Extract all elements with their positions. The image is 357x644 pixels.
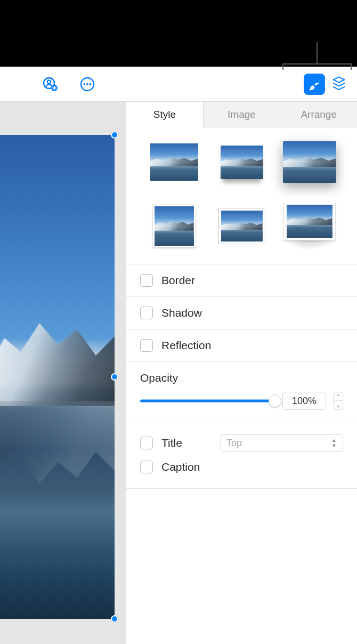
- shadow-checkbox[interactable]: [140, 307, 153, 319]
- style-preset-4[interactable]: [153, 205, 196, 247]
- document-icon: [330, 75, 348, 93]
- format-brush-icon: [306, 76, 322, 92]
- tab-image[interactable]: Image: [204, 102, 281, 127]
- svg-point-5: [86, 83, 88, 85]
- collaborate-icon: [42, 76, 59, 93]
- opacity-value-field[interactable]: 100%: [282, 392, 326, 410]
- format-inspector-button[interactable]: [304, 74, 325, 95]
- toolbar: [0, 67, 357, 101]
- caption-label: Caption: [161, 461, 212, 473]
- svg-point-1: [47, 80, 51, 83]
- shadow-label: Shadow: [161, 307, 202, 319]
- opacity-stepper[interactable]: ⌃ ⌄: [334, 392, 343, 410]
- tab-arrange[interactable]: Arrange: [280, 102, 357, 127]
- style-preset-5[interactable]: [218, 208, 265, 244]
- tab-style[interactable]: Style: [126, 102, 204, 127]
- opacity-label: Opacity: [140, 372, 343, 384]
- shadow-row[interactable]: Shadow: [126, 297, 357, 329]
- svg-point-6: [90, 83, 92, 85]
- inspector-tabs: Style Image Arrange: [126, 102, 357, 127]
- border-label: Border: [161, 274, 195, 287]
- title-caption-section: Title Top ▲▼ Caption: [126, 422, 357, 489]
- canvas[interactable]: [0, 102, 126, 644]
- document-inspector-button[interactable]: [328, 74, 350, 95]
- opacity-stepper-down[interactable]: ⌄: [334, 401, 343, 409]
- format-inspector: Style Image Arrange Border Shadow: [126, 102, 357, 644]
- title-position-value: Top: [226, 438, 242, 449]
- more-button[interactable]: [77, 74, 98, 95]
- style-preset-3[interactable]: [283, 141, 336, 183]
- collaborate-button[interactable]: [39, 74, 61, 95]
- title-bar-blackout: [0, 0, 357, 67]
- style-preset-1[interactable]: [150, 143, 198, 181]
- style-preset-6[interactable]: [282, 202, 337, 250]
- selection-handle-middle[interactable]: [111, 373, 118, 381]
- more-icon: [79, 76, 96, 93]
- reflection-row[interactable]: Reflection: [126, 329, 357, 362]
- caption-checkbox[interactable]: [140, 461, 153, 473]
- border-row[interactable]: Border: [126, 264, 357, 297]
- selection-handle-bottom[interactable]: [111, 615, 118, 623]
- selected-image[interactable]: [0, 135, 115, 619]
- selection-handle-top[interactable]: [111, 131, 118, 139]
- chevron-updown-icon: ▲▼: [329, 438, 339, 448]
- opacity-section: Opacity 100% ⌃ ⌄: [126, 362, 357, 422]
- opacity-stepper-up[interactable]: ⌃: [334, 392, 343, 401]
- opacity-slider[interactable]: [140, 394, 275, 408]
- callout-bracket: [282, 63, 352, 71]
- style-presets: [126, 127, 357, 264]
- reflection-checkbox[interactable]: [140, 339, 153, 352]
- opacity-slider-thumb[interactable]: [269, 395, 281, 407]
- title-position-select[interactable]: Top ▲▼: [221, 434, 343, 452]
- border-checkbox[interactable]: [140, 274, 153, 287]
- callout-stem: [317, 42, 318, 63]
- title-label: Title: [161, 437, 212, 449]
- title-checkbox[interactable]: [140, 437, 153, 449]
- reflection-label: Reflection: [161, 339, 211, 352]
- svg-point-4: [84, 83, 86, 85]
- style-preset-2[interactable]: [221, 146, 263, 179]
